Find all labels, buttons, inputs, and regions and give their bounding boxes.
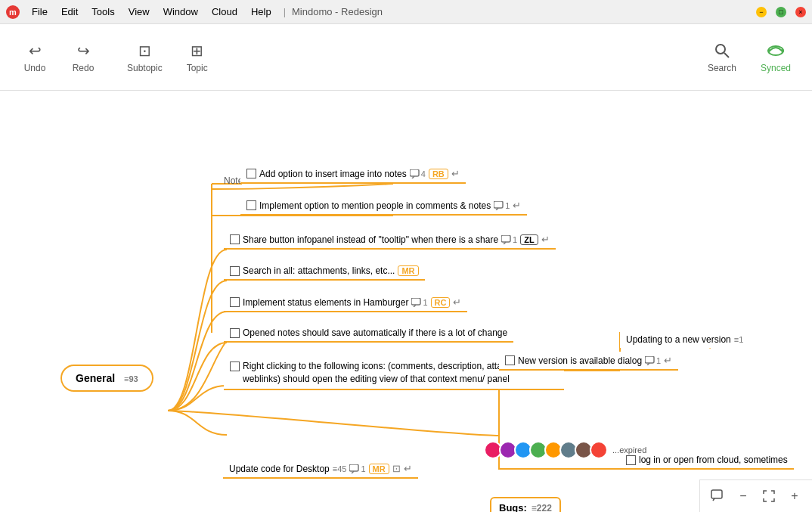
topic-button[interactable]: ⊞ Topic	[175, 36, 220, 79]
link-icon-n5: ↵	[453, 296, 461, 308]
menu-tools[interactable]: Tools	[85, 5, 120, 19]
svg-rect-6	[494, 201, 503, 208]
node-update-desktop[interactable]: Update code for Desktop ≡45 1 MR ⊡ ↵	[223, 460, 418, 479]
node-text-n8: New version is available dialog	[518, 355, 642, 366]
node-updating[interactable]: Updating to a new version ≡1	[620, 331, 749, 348]
svg-rect-5	[410, 169, 419, 176]
central-node-box: General ≡93	[60, 365, 153, 392]
bugs-node[interactable]: Bugs: ≡222	[490, 497, 561, 512]
synced-button[interactable]: Synced	[752, 36, 800, 79]
node-mention[interactable]: Implement option to mention people in co…	[240, 197, 527, 216]
comment-icon-update: 1	[349, 464, 365, 473]
bugs-label: Bugs:	[499, 502, 527, 512]
toolbar: ↩ Undo ↪ Redo ⊡ Subtopic ⊞ Topic Search	[0, 24, 812, 91]
link-icon-n1: ↵	[451, 168, 460, 179]
menu-file[interactable]: File	[26, 5, 54, 19]
node-text-update: Update code for Desktop	[229, 464, 330, 474]
redo-button[interactable]: ↪ Redo	[60, 36, 106, 79]
zoom-in-btn[interactable]: +	[783, 485, 806, 507]
comment-icon-n3: 1	[501, 235, 517, 244]
badge-n5: RC	[431, 297, 451, 308]
minus-icon: −	[739, 489, 746, 503]
toolbar-right: Search Synced	[699, 36, 800, 79]
node-share[interactable]: Share button infopanel instead of "toolt…	[224, 231, 556, 250]
link-icon-update2: ↵	[404, 463, 412, 474]
menu-cloud[interactable]: Cloud	[206, 5, 243, 19]
badge-update: MR	[369, 464, 389, 474]
checkbox-n7[interactable]	[230, 362, 240, 371]
menu-view[interactable]: View	[122, 5, 156, 19]
topic-label: Topic	[187, 63, 208, 73]
comment-btn[interactable]	[706, 485, 729, 507]
link-icon-n3: ↵	[541, 234, 550, 245]
close-button[interactable]: ×	[795, 7, 806, 17]
svg-rect-7	[501, 235, 510, 242]
comment-icon-n5: 1	[411, 298, 427, 307]
undo-label: Undo	[24, 63, 46, 73]
menu-window[interactable]: Window	[157, 5, 204, 19]
node-add-option[interactable]: Add option to insert image into notes 4 …	[240, 165, 466, 184]
synced-icon	[765, 42, 786, 60]
central-node-count: ≡93	[124, 374, 138, 383]
toolbar-group-history: ↩ Undo ↪ Redo	[12, 36, 106, 79]
checkbox-n2[interactable]	[246, 200, 256, 210]
svg-rect-9	[645, 356, 654, 363]
link-icon-update: ⊡	[392, 463, 401, 474]
title-bar-right: − □ ×	[756, 7, 806, 17]
central-node[interactable]: General ≡93	[60, 365, 153, 392]
node-text-n1: Add option to insert image into notes	[259, 169, 407, 179]
update-count: ≡45	[333, 464, 347, 473]
svg-point-0	[716, 45, 725, 54]
checkbox-n8[interactable]	[505, 355, 515, 365]
node-text-n3: Share button infopanel instead of "toolt…	[243, 234, 498, 245]
expired-label: ...expired	[612, 445, 646, 455]
fit-btn[interactable]	[758, 485, 780, 507]
checkbox-n3[interactable]	[230, 234, 240, 244]
link-icon-n8: ↵	[664, 355, 672, 366]
menu-edit[interactable]: Edit	[55, 5, 84, 19]
synced-label: Synced	[761, 63, 791, 73]
title-bar-left: m File Edit Tools View Window Cloud Help…	[6, 5, 383, 19]
plus-icon: +	[791, 489, 798, 503]
svg-point-3	[767, 49, 770, 52]
svg-line-1	[724, 53, 729, 57]
subtopic-button[interactable]: ⊡ Subtopic	[118, 36, 172, 79]
undo-button[interactable]: ↩ Undo	[12, 36, 57, 79]
node-text-n5: Implement status elements in Hamburger	[243, 297, 408, 308]
redo-label: Redo	[73, 63, 95, 73]
bugs-count: ≡222	[532, 503, 552, 513]
title-bar: m File Edit Tools View Window Cloud Help…	[0, 0, 812, 24]
checkbox-n6[interactable]	[230, 328, 240, 338]
badge-n3: ZL	[520, 234, 538, 245]
badge-n4: MR	[398, 265, 418, 276]
svg-point-4	[781, 49, 784, 52]
node-new-version[interactable]: New version is available dialog 1 ↵	[499, 352, 678, 371]
node-text-n9: log in or open from cloud, sometimes	[639, 455, 788, 465]
menu-help[interactable]: Help	[245, 5, 277, 19]
node-status[interactable]: Implement status elements in Hamburger 1…	[224, 293, 467, 312]
title-separator: |	[284, 6, 286, 17]
node-save-notes[interactable]: Opened notes should save automatically i…	[224, 324, 513, 343]
node-text-n4: Search in all: attachments, links, etc..…	[243, 265, 395, 276]
link-icon-n2: ↵	[513, 200, 521, 211]
badge-n1: RB	[429, 169, 448, 179]
topic-icon: ⊞	[191, 42, 203, 60]
comment-icon-n2: 1	[494, 201, 510, 210]
node-search-all[interactable]: Search in all: attachments, links, etc..…	[224, 262, 425, 281]
zoom-out-btn[interactable]: −	[732, 485, 755, 507]
comment-icon-n8: 1	[645, 356, 661, 365]
checkbox-n1[interactable]	[246, 169, 256, 178]
checkbox-n5[interactable]	[230, 297, 240, 307]
maximize-button[interactable]: □	[776, 7, 786, 17]
minimize-button[interactable]: −	[756, 7, 767, 17]
search-button[interactable]: Search	[699, 36, 745, 79]
redo-icon: ↪	[77, 42, 90, 60]
avatar-cluster: ...expired	[484, 441, 646, 459]
node-text-n2: Implement option to mention people in co…	[259, 200, 491, 211]
checkbox-n4[interactable]	[230, 266, 240, 276]
menu-bar: File Edit Tools View Window Cloud Help	[26, 5, 277, 19]
app-icon: m	[6, 5, 20, 19]
bottom-toolbar: − +	[699, 479, 812, 512]
toolbar-group-insert: ⊡ Subtopic ⊞ Topic	[118, 36, 220, 79]
subtopic-label: Subtopic	[127, 63, 163, 73]
